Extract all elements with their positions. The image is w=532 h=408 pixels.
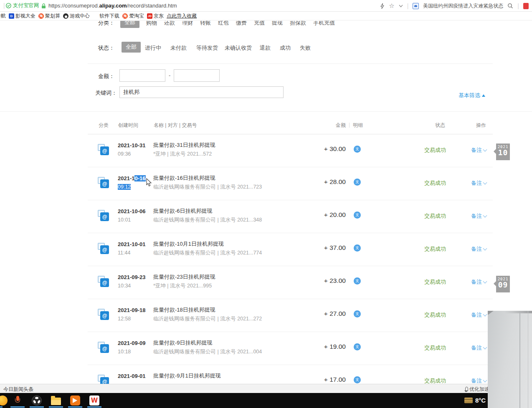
remark-link[interactable]: 备注 xyxy=(471,344,486,352)
optimize-accelerate-button[interactable]: 优化加速 xyxy=(464,386,489,393)
input-method-icon[interactable] xyxy=(464,398,473,403)
detail-alipay-icon[interactable]: 支 xyxy=(354,146,361,153)
detail-alipay-icon[interactable]: 支 xyxy=(354,343,361,350)
taobao-icon: 淘 xyxy=(122,13,128,19)
batch-payment-icon: @ xyxy=(98,276,109,287)
chevron-down-icon[interactable] xyxy=(399,5,403,8)
status-item[interactable]: 等待发货 xyxy=(196,44,218,52)
row-title[interactable]: 批量付款-6日挂机邦提现 xyxy=(153,207,213,215)
url-text[interactable]: https://consumeprod.alipay.com/record/st… xyxy=(48,3,177,9)
bookmark-jd[interactable]: JD 京东 xyxy=(147,13,164,20)
basic-filter-link[interactable]: 基本筛选 xyxy=(459,92,485,99)
row-amount: + 17.00 xyxy=(296,376,346,383)
bookmark-aitaobao[interactable]: 淘 爱淘宝 xyxy=(122,13,144,20)
remark-link[interactable]: 备注 xyxy=(471,311,486,319)
row-amount: + 20.00 xyxy=(296,211,346,219)
row-title[interactable]: 批量付款-9日挂机邦提现 xyxy=(153,339,213,347)
row-title[interactable]: 批量付款-31日挂机邦提现 xyxy=(153,141,215,149)
row-time: 09:12 xyxy=(118,184,131,190)
selected-text: 09:12 xyxy=(118,184,131,190)
batch-payment-icon: @ xyxy=(98,144,109,156)
category-item[interactable]: 理财 xyxy=(182,21,193,27)
status-item[interactable]: 进行中 xyxy=(145,44,161,52)
detail-alipay-icon[interactable]: 支 xyxy=(354,244,361,252)
divider: | xyxy=(517,3,519,9)
detail-alipay-icon[interactable]: 支 xyxy=(354,277,361,285)
header-detail: 明细 xyxy=(353,122,363,129)
remark-link[interactable]: 备注 xyxy=(471,245,486,253)
extension-icon[interactable] xyxy=(523,3,529,9)
remark-link[interactable]: 备注 xyxy=(471,179,486,187)
bookmark-juhuasuan[interactable]: 淘 聚划算 xyxy=(38,13,60,20)
site-verified-badge[interactable]: 支付宝官网 xyxy=(6,2,39,9)
row-status: 交易成功 xyxy=(424,179,456,187)
header-created-time: 创建时间 xyxy=(118,122,138,129)
detail-alipay-icon[interactable]: 支 xyxy=(354,376,361,383)
remark-link[interactable]: 备注 xyxy=(471,278,486,286)
import-favorites-link[interactable]: 点此导入收藏 xyxy=(167,13,197,20)
keyword-input[interactable] xyxy=(119,86,284,98)
row-title[interactable]: 批量付款-10月1日挂机邦提现 xyxy=(153,240,224,248)
remark-link[interactable]: 备注 xyxy=(471,146,486,154)
row-status: 交易成功 xyxy=(424,311,456,319)
row-date: 2021-09-01 xyxy=(118,373,146,379)
row-date: 2021-10-16 xyxy=(118,175,146,181)
row-date: 2021-10-01 xyxy=(118,241,146,247)
batch-payment-icon: @ xyxy=(98,177,109,189)
app-icon xyxy=(0,395,8,405)
month-badge-september: 2021 09 xyxy=(496,276,510,292)
running-indicator xyxy=(0,406,3,408)
weather-temperature[interactable]: 8°C xyxy=(475,397,486,404)
category-item[interactable]: 担保款 xyxy=(290,21,306,27)
taskbar-recorder-app[interactable] xyxy=(67,394,84,407)
detail-alipay-icon[interactable]: 支 xyxy=(354,179,361,186)
status-item[interactable]: 成功 xyxy=(280,44,291,52)
row-title[interactable]: 批量付款-16日挂机邦提现 xyxy=(153,174,215,182)
row-title[interactable]: 批量付款-18日挂机邦提现 xyxy=(153,306,215,314)
remark-link[interactable]: 备注 xyxy=(471,212,486,220)
category-item[interactable]: 充值 xyxy=(254,21,265,27)
detail-alipay-icon[interactable]: 支 xyxy=(354,212,361,219)
row-amount: + 30.00 xyxy=(296,145,346,153)
bookmark-game-center[interactable]: 游戏中心 xyxy=(63,13,90,20)
row-amount: + 27.00 xyxy=(296,310,346,317)
status-all-chip[interactable]: 全部 xyxy=(122,42,141,53)
amount-max-input[interactable] xyxy=(174,69,220,82)
obs-pinwheel-icon xyxy=(32,395,42,405)
row-title[interactable]: 批量付款-9月1日挂机邦提现 xyxy=(153,372,221,380)
bookmark-nav[interactable]: 导航 xyxy=(0,13,6,20)
table-row: @ 2021-10-06 10:01 批量付款-6日挂机邦提现 临沂超钱网络服务… xyxy=(88,200,493,233)
status-item[interactable]: 失败 xyxy=(300,44,311,52)
status-item[interactable]: 退款 xyxy=(260,44,271,52)
status-item[interactable]: 未确认收货 xyxy=(225,44,252,52)
category-item[interactable]: 红包 xyxy=(218,21,229,27)
category-item[interactable]: 转账 xyxy=(200,21,211,27)
category-item[interactable]: 提现 xyxy=(272,21,283,27)
door-frame-line xyxy=(528,311,528,408)
bookmark-star-icon[interactable]: ☆ xyxy=(389,2,394,10)
category-item[interactable]: 购物 xyxy=(146,21,157,27)
bookmark-movies[interactable]: D 影视大全 xyxy=(9,13,35,20)
taskbar-file-explorer[interactable] xyxy=(48,394,64,407)
detail-alipay-icon[interactable]: 支 xyxy=(354,310,361,317)
movie-site-icon: D xyxy=(9,13,14,19)
taskbar-wps-app[interactable]: W xyxy=(86,394,103,407)
search-icon[interactable] xyxy=(507,3,513,9)
news-ticker[interactable]: 今日新闻头条 xyxy=(3,386,33,393)
status-item[interactable]: 未付款 xyxy=(170,44,187,52)
category-item[interactable]: 还款 xyxy=(164,21,175,27)
table-row: @ 2021-09-18 12:58 批量付款-18日挂机邦提现 临沂超钱网络服… xyxy=(88,299,493,332)
category-item[interactable]: 手机充值 xyxy=(313,21,335,27)
bookmark-software-download[interactable]: 软件下载 xyxy=(93,13,119,20)
row-title[interactable]: 批量付款-23日挂机邦提现 xyxy=(153,273,215,281)
taskbar-obs-app[interactable] xyxy=(28,394,45,407)
category-item[interactable]: 缴费 xyxy=(236,21,247,27)
penguin-icon xyxy=(63,13,68,19)
lightning-icon[interactable] xyxy=(380,3,385,9)
category-all-chip[interactable]: 全部 xyxy=(120,21,139,28)
taskbar-microphone-app[interactable] xyxy=(9,394,26,407)
row-status: 交易成功 xyxy=(424,146,456,154)
row-status: 交易成功 xyxy=(424,245,456,253)
news-headline[interactable]: 美国纽约州因疫情进入灾难紧急状态 xyxy=(423,3,503,10)
amount-min-input[interactable] xyxy=(119,69,165,82)
